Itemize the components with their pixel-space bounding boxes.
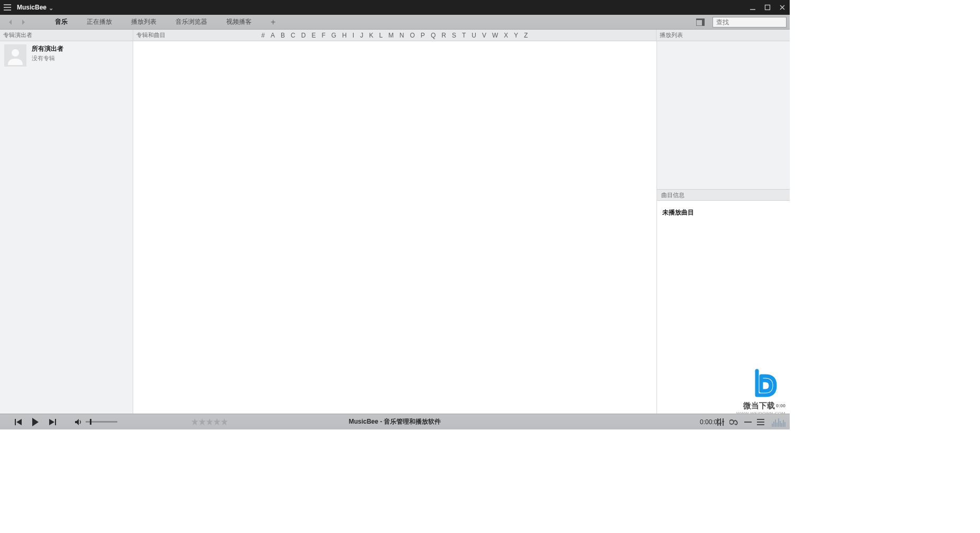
- alpha-jump-E[interactable]: E: [311, 32, 316, 39]
- main-content: 所有演出者 没有专辑 曲目信息 未播放曲目: [0, 41, 790, 414]
- alpha-jump-I[interactable]: I: [353, 32, 354, 39]
- search-box[interactable]: [713, 17, 787, 27]
- col-queue-header[interactable]: 播放列表: [657, 30, 790, 41]
- equalizer-icon[interactable]: [717, 418, 724, 426]
- volume-control[interactable]: [75, 419, 117, 425]
- alpha-jump-Y[interactable]: Y: [514, 32, 518, 39]
- alpha-jump-O[interactable]: O: [410, 32, 415, 39]
- svg-rect-14: [55, 419, 56, 425]
- svg-rect-13: [15, 419, 16, 425]
- app-title: MusicBee⌄: [15, 4, 57, 11]
- hamburger-menu-icon[interactable]: [0, 0, 15, 15]
- track-info-body: 未播放曲目: [657, 201, 790, 414]
- artist-all-entry[interactable]: 所有演出者 没有专辑: [0, 41, 133, 70]
- tab-now-playing[interactable]: 正在播放: [77, 15, 122, 29]
- play-button[interactable]: [29, 418, 42, 426]
- tab-music[interactable]: 音乐: [45, 15, 77, 29]
- avatar-placeholder-icon: [4, 44, 26, 67]
- minimize-button[interactable]: [745, 0, 760, 15]
- next-track-button[interactable]: [45, 419, 59, 425]
- alpha-jump-#[interactable]: #: [261, 32, 265, 39]
- nav-back-button[interactable]: [4, 15, 17, 29]
- alpha-jump-U[interactable]: U: [471, 32, 476, 39]
- alpha-jump-T[interactable]: T: [462, 32, 466, 39]
- tab-playlists[interactable]: 播放列表: [122, 15, 166, 29]
- alpha-jump-C[interactable]: C: [291, 32, 295, 39]
- artist-all-label: 所有演出者: [32, 44, 63, 53]
- svg-rect-19: [719, 423, 722, 424]
- maximize-button[interactable]: [760, 0, 775, 15]
- svg-rect-1: [4, 7, 11, 8]
- col-albums-header[interactable]: 专辑和曲目 #ABCDEFGHIJKLMNOPQRSTUVWXYZ: [133, 30, 657, 41]
- search-input[interactable]: [713, 18, 790, 26]
- alpha-jump-Z[interactable]: Z: [524, 32, 528, 39]
- nav-forward-button[interactable]: [17, 15, 30, 29]
- alpha-jump-D[interactable]: D: [301, 32, 306, 39]
- volume-icon: [75, 419, 82, 425]
- player-bar: MusicBee - 音乐管理和播放软件 0:00:00: [0, 414, 790, 429]
- close-button[interactable]: [775, 0, 790, 15]
- svg-rect-20: [722, 421, 724, 422]
- toolbar: 音乐 正在播放 播放列表 音乐浏览器 视频播客 +: [0, 15, 790, 30]
- list-icon[interactable]: [757, 418, 764, 426]
- queue-panel: [657, 41, 790, 189]
- alpha-jump-X[interactable]: X: [504, 32, 508, 39]
- svg-point-12: [12, 49, 19, 57]
- lastfm-icon[interactable]: [729, 419, 739, 425]
- svg-rect-23: [757, 419, 764, 420]
- svg-point-21: [729, 420, 734, 424]
- alpha-jump-Q[interactable]: Q: [431, 32, 436, 39]
- alpha-jump-bar: #ABCDEFGHIJKLMNOPQRSTUVWXYZ: [133, 30, 656, 41]
- alpha-jump-A[interactable]: A: [271, 32, 275, 39]
- svg-rect-24: [757, 422, 764, 423]
- alpha-jump-B[interactable]: B: [281, 32, 285, 39]
- prev-track-button[interactable]: [12, 419, 25, 425]
- panel-layout-button[interactable]: [694, 16, 707, 28]
- alpha-jump-N[interactable]: N: [400, 32, 404, 39]
- right-panel: 曲目信息 未播放曲目: [657, 41, 790, 414]
- svg-rect-4: [765, 5, 770, 10]
- dash-icon[interactable]: [744, 419, 752, 425]
- titlebar: MusicBee⌄: [0, 0, 790, 15]
- column-headers: 专辑演出者 专辑和曲目 #ABCDEFGHIJKLMNOPQRSTUVWXYZ …: [0, 30, 790, 41]
- rating-stars[interactable]: [191, 418, 228, 425]
- now-playing-label: MusicBee - 音乐管理和播放软件: [349, 417, 441, 426]
- artists-panel: 所有演出者 没有专辑: [0, 41, 133, 414]
- volume-slider[interactable]: [86, 421, 117, 423]
- alpha-jump-J[interactable]: J: [360, 32, 363, 39]
- alpha-jump-S[interactable]: S: [452, 32, 456, 39]
- svg-rect-9: [702, 20, 705, 26]
- tracks-panel: [133, 41, 657, 414]
- alpha-jump-M[interactable]: M: [389, 32, 394, 39]
- alpha-jump-H[interactable]: H: [342, 32, 347, 39]
- svg-rect-8: [696, 18, 705, 20]
- svg-rect-16: [720, 418, 721, 426]
- alpha-jump-V[interactable]: V: [482, 32, 486, 39]
- alpha-jump-F[interactable]: F: [321, 32, 325, 39]
- artist-no-albums-label: 没有专辑: [32, 54, 63, 62]
- svg-rect-22: [744, 422, 752, 423]
- alpha-jump-K[interactable]: K: [369, 32, 373, 39]
- col-artists-header[interactable]: 专辑演出者: [0, 30, 133, 41]
- alpha-jump-P[interactable]: P: [421, 32, 425, 39]
- svg-rect-25: [757, 424, 764, 425]
- no-track-label: 未播放曲目: [662, 209, 694, 216]
- alpha-jump-G[interactable]: G: [331, 32, 336, 39]
- alpha-jump-L[interactable]: L: [379, 32, 383, 39]
- alpha-jump-R[interactable]: R: [441, 32, 446, 39]
- chevron-down-icon[interactable]: ⌄: [49, 5, 53, 11]
- track-info-header: 曲目信息: [657, 189, 790, 201]
- svg-rect-18: [717, 420, 719, 421]
- visualizer-icon[interactable]: [772, 417, 785, 427]
- tab-explorer[interactable]: 音乐浏览器: [166, 15, 217, 29]
- svg-rect-2: [4, 10, 11, 11]
- svg-rect-15: [717, 418, 718, 426]
- tab-podcasts[interactable]: 视频播客: [217, 15, 261, 29]
- tab-add-button[interactable]: +: [261, 15, 285, 29]
- alpha-jump-W[interactable]: W: [492, 32, 498, 39]
- svg-rect-0: [4, 4, 11, 5]
